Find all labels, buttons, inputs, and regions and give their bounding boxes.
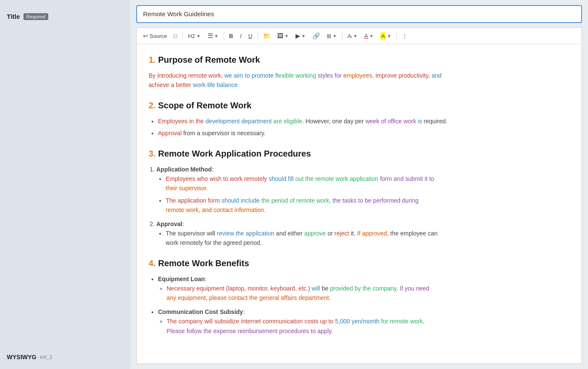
image-icon: 🖼 — [277, 32, 283, 39]
section-2-list: Employees in the development department … — [158, 116, 570, 138]
p1-span5: employees, — [343, 72, 375, 79]
title-input-wrapper[interactable] — [136, 5, 582, 23]
font-size-button[interactable]: Aᵢ ▼ — [345, 31, 361, 41]
font-size-caret-icon: ▼ — [353, 34, 357, 38]
p1-span1: By introducing remote work, — [149, 72, 224, 79]
section-3-num: 3. — [149, 149, 156, 158]
title-input[interactable] — [143, 10, 575, 17]
s2i1-s2: development department — [205, 118, 273, 125]
toolbar-separator-5 — [396, 32, 397, 40]
preview-icon: □ — [174, 33, 177, 39]
more-button[interactable]: ⋮ — [399, 31, 410, 41]
p1-span9: work-life balance. — [193, 81, 240, 88]
title-row: Title Required — [7, 9, 123, 20]
link-button[interactable]: 🔗 — [310, 31, 323, 41]
font-color-button[interactable]: A ▼ — [361, 31, 377, 41]
section-3-title: Remote Work Application Procedures — [158, 149, 311, 158]
align-icon: ☰ — [208, 32, 213, 40]
font-size-icon: Aᵢ — [348, 33, 352, 39]
section-4-title: Remote Work Benefits — [158, 259, 249, 268]
title-label: Title — [7, 13, 20, 20]
highlight-button[interactable]: A ▼ — [377, 31, 395, 41]
wysiwyg-label: WYSIWYG — [7, 354, 36, 360]
s2i1-s3: are eligible — [273, 118, 302, 125]
s4i2-sub1: The company will subsidize internet comm… — [167, 317, 570, 336]
p1-span4: styles for — [318, 72, 343, 79]
source-button[interactable]: ↩ Source — [140, 31, 170, 41]
highlight-icon: A — [380, 32, 386, 40]
s2i1-s1: Employees in the — [158, 118, 205, 125]
right-panel: ↩ Source □ H2 ▼ ☰ ▼ B — [130, 0, 588, 369]
media-icon: ▶ — [295, 32, 300, 39]
s3i1-label: Application Method — [156, 166, 212, 173]
s3i1-sub1: Employees who wish to work remotely shou… — [166, 174, 570, 193]
s2i1-s7: required. — [422, 118, 447, 125]
heading-label: H2 — [188, 33, 195, 39]
section-1-heading: 1. Purpose of Remote Work — [149, 53, 570, 67]
table-caret-icon: ▼ — [333, 34, 337, 38]
p1-span6: improve productivity, — [375, 72, 431, 79]
heading-dropdown[interactable]: H2 ▼ — [185, 31, 204, 41]
insert-media-button[interactable]: ▶ ▼ — [293, 31, 309, 41]
font-color-caret-icon: ▼ — [369, 34, 374, 38]
source-label: Source — [149, 33, 167, 39]
p1-span3: flexible working — [275, 72, 318, 79]
section-4-num: 4. — [149, 259, 156, 268]
p1-span7: and — [432, 72, 442, 79]
wysiwyg-row: WYSIWYG ext_1 — [7, 174, 123, 360]
italic-label: I — [240, 33, 242, 39]
editor-body[interactable]: 1. Purpose of Remote Work By introducing… — [137, 44, 582, 343]
wysiwyg-ext-label: ext_1 — [40, 354, 52, 360]
toolbar-separator-4 — [342, 32, 342, 40]
required-badge: Required — [23, 13, 49, 20]
font-color-icon: A — [364, 33, 368, 39]
editor-container: ↩ Source □ H2 ▼ ☰ ▼ B — [136, 27, 582, 364]
source-icon: ↩ — [143, 32, 148, 39]
s3i2-label: Approval — [156, 221, 182, 227]
table-button[interactable]: ⊞ ▼ — [324, 31, 340, 41]
s2i1-s4: . However, one day per — [302, 118, 366, 125]
align-caret-icon: ▼ — [214, 34, 219, 38]
p1-span8: achieve a better — [149, 81, 193, 88]
section-1-title: Purpose of Remote Work — [158, 55, 260, 64]
bold-button[interactable]: B — [226, 31, 236, 41]
section-3-item-2-sublist: The supervisor will review the applicati… — [166, 229, 570, 248]
s2i2-s2: from a supervisor is necessary. — [181, 130, 266, 137]
file-icon: 📁 — [263, 32, 270, 39]
bold-label: B — [229, 33, 233, 39]
preview-button[interactable]: □ — [171, 31, 180, 41]
more-icon: ⋮ — [402, 33, 407, 39]
section-4-item-2-sublist: The company will subsidize internet comm… — [167, 317, 570, 336]
s2i2-s1: Approval — [158, 130, 181, 137]
insert-image-button[interactable]: 🖼 ▼ — [274, 31, 292, 41]
media-caret-icon: ▼ — [301, 34, 306, 38]
section-1-num: 1. — [149, 55, 156, 64]
underline-button[interactable]: U — [246, 31, 255, 41]
s2i1-s5: week of office work — [366, 118, 418, 125]
s4i1-label: Equipment Loan — [158, 276, 205, 282]
section-4-heading: 4. Remote Work Benefits — [149, 256, 570, 270]
section-3-heading: 3. Remote Work Application Procedures — [149, 147, 570, 160]
section-4-list: Equipment Loan: Necessary equipment (lap… — [158, 274, 570, 336]
align-dropdown[interactable]: ☰ ▼ — [205, 30, 222, 41]
insert-file-button[interactable]: 📁 — [260, 31, 273, 41]
link-icon: 🔗 — [313, 32, 320, 39]
p1-span2: we aim to promote — [224, 72, 275, 79]
section-2-item-1: Employees in the development department … — [158, 116, 570, 126]
section-2-item-2: Approval from a supervisor is necessary. — [158, 128, 570, 138]
section-4-item-1-sublist: Necessary equipment (laptop, monitor, ke… — [167, 284, 570, 303]
s2i1-s6: is — [418, 118, 422, 125]
section-3-item-2: Approval: The supervisor will review the… — [156, 219, 570, 248]
editor-toolbar: ↩ Source □ H2 ▼ ☰ ▼ B — [137, 28, 582, 44]
heading-caret-icon: ▼ — [196, 34, 201, 38]
left-panel: Title Required WYSIWYG ext_1 — [0, 0, 130, 369]
s3i2-sub1: The supervisor will review the applicati… — [166, 229, 570, 248]
section-2-title: Scope of Remote Work — [158, 101, 252, 110]
toolbar-separator-2 — [224, 32, 224, 40]
toolbar-separator-3 — [257, 32, 258, 40]
section-3-item-1: Application Method: Employees who wish t… — [156, 165, 570, 215]
s4i1-sub1: Necessary equipment (laptop, monitor, ke… — [167, 284, 570, 303]
italic-button[interactable]: I — [237, 31, 245, 41]
section-2-heading: 2. Scope of Remote Work — [149, 99, 570, 112]
s4i2-label: Communication Cost Subsidy — [158, 308, 243, 315]
